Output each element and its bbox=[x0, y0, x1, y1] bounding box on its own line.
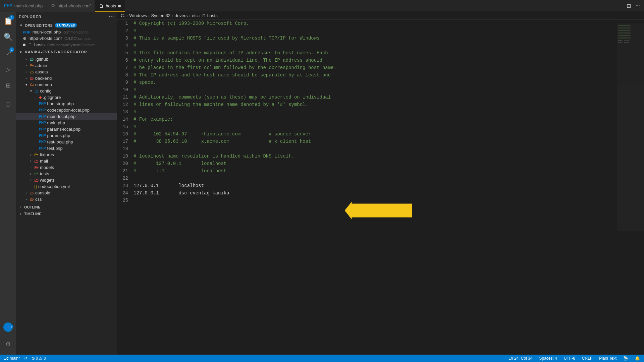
tree-item-label: main.php bbox=[47, 120, 65, 125]
broadcast-item[interactable]: 📡 bbox=[622, 355, 630, 362]
settings-activity-icon[interactable]: ⚙ bbox=[0, 336, 16, 352]
open-editor-hosts[interactable]: 🗋 hosts C:\Windows\System32\driver... bbox=[16, 42, 117, 48]
line-num-14: 14 bbox=[117, 116, 133, 123]
tree-item-label: test.php bbox=[47, 146, 63, 151]
unsaved-badge: 1 UNSAVED bbox=[55, 23, 77, 27]
tree-item-widgets[interactable]: › 🗁 widgets bbox=[16, 177, 117, 183]
tree-item-mail[interactable]: › 🗁 mail bbox=[16, 158, 117, 164]
tab-hosts[interactable]: 🗋 hosts bbox=[95, 0, 125, 12]
tree-item-test-local[interactable]: PHP test-local.php bbox=[16, 139, 117, 145]
code-line-2: 2 # bbox=[117, 27, 644, 35]
tab-httpd-vhosts[interactable]: ⚙ httpd-vhosts.conf bbox=[47, 0, 95, 12]
open-editor-main-local[interactable]: PHP main-local.php common\config bbox=[16, 29, 117, 35]
tab-bar: PHP main-local.php ⚙ httpd-vhosts.conf 🗋… bbox=[0, 0, 644, 12]
tree-item-tests[interactable]: › 🗁 tests bbox=[16, 171, 117, 177]
breadcrumb-file-icon: 🗋 bbox=[202, 13, 206, 18]
explorer-activity-icon[interactable]: 📋 1 bbox=[0, 13, 16, 29]
timeline-section[interactable]: › TIMELINE bbox=[16, 210, 117, 217]
tree-item-config[interactable]: ▾ 🗂 config bbox=[16, 88, 117, 94]
line-num-7: 7 bbox=[117, 64, 133, 71]
tree-item-admin[interactable]: › 🗁 admin bbox=[16, 62, 117, 69]
breadcrumb-c[interactable]: C: bbox=[121, 13, 125, 18]
project-header[interactable]: ▾ KANIKA-EVENT-AGGREGATOR bbox=[16, 48, 117, 56]
tree-item-main[interactable]: PHP main.php bbox=[16, 120, 117, 126]
git-branch-item[interactable]: ⎇ main* bbox=[3, 355, 21, 362]
errors-item[interactable]: ⊘ 0 ⚠ 0 bbox=[30, 355, 47, 362]
tree-item-label: mail bbox=[40, 159, 48, 164]
tree-item-backend[interactable]: › 🗁 backend bbox=[16, 75, 117, 81]
tree-item-label: params.php bbox=[47, 133, 70, 138]
tree-item-models[interactable]: › 🗁 models bbox=[16, 164, 117, 171]
breadcrumb-windows[interactable]: Windows bbox=[129, 13, 147, 18]
tree-item-codeception-local[interactable]: PHP codeception-local.php bbox=[16, 107, 117, 113]
status-left: ⎇ main* ↺ ⊘ 0 ⚠ 0 bbox=[3, 355, 47, 362]
sync-item[interactable]: ↺ bbox=[23, 355, 29, 362]
account-badge: 1 bbox=[9, 324, 13, 328]
tab-main-local[interactable]: PHP main-local.php bbox=[0, 0, 47, 12]
chevron-down-icon: ▾ bbox=[19, 23, 23, 27]
chevron-right-icon: › bbox=[24, 197, 28, 201]
line-num-22: 22 bbox=[117, 175, 133, 182]
more-actions-button[interactable]: ··· bbox=[634, 1, 641, 10]
breadcrumb-hosts[interactable]: hosts bbox=[207, 13, 218, 18]
folder-icon: 🗁 bbox=[30, 57, 34, 62]
code-line-11: 11 # Additionally, comments (such as the… bbox=[117, 94, 644, 101]
line-num-18: 18 bbox=[117, 145, 133, 153]
tab-main-local-label: main-local.php bbox=[14, 3, 43, 8]
breadcrumb-etc[interactable]: etc bbox=[192, 13, 198, 18]
tree-item-fixtures[interactable]: › 🗁 fixtures bbox=[16, 152, 117, 158]
tree-item-main-local[interactable]: PHP main-local.php bbox=[16, 113, 117, 120]
account-activity-icon[interactable]: 👤 1 bbox=[0, 319, 16, 335]
tree-item-common[interactable]: ▾ 🗂 common bbox=[16, 81, 117, 88]
tree-item-params[interactable]: PHP params.php bbox=[16, 132, 117, 139]
tree-item-assets[interactable]: › 🗁 assets bbox=[16, 69, 117, 75]
encoding-item[interactable]: UTF-8 bbox=[562, 355, 577, 362]
tree-item-label: css bbox=[35, 197, 42, 202]
tree-item-test[interactable]: PHP test.php bbox=[16, 145, 117, 152]
breadcrumb-drivers[interactable]: drivers bbox=[175, 13, 188, 18]
run-activity-icon[interactable]: ▷ bbox=[0, 61, 16, 77]
chevron-down-icon: ▾ bbox=[29, 89, 33, 93]
line-content-10: # bbox=[133, 86, 644, 94]
tree-item-codeception-yml[interactable]: {} codeception.yml bbox=[16, 183, 117, 190]
chevron-right-icon: › bbox=[24, 191, 28, 195]
tree-item-label: admin bbox=[35, 63, 47, 68]
breadcrumb-sep: › bbox=[172, 13, 173, 18]
editor-content[interactable]: 1 # Copyright (c) 1993-2009 Microsoft Co… bbox=[117, 20, 644, 355]
remote-activity-icon[interactable]: ⬡ bbox=[0, 96, 16, 112]
git-branch-icon: ⎇ bbox=[4, 356, 9, 361]
spaces-item[interactable]: Spaces: 4 bbox=[538, 355, 558, 362]
language-item[interactable]: Plain Text bbox=[598, 355, 618, 362]
source-control-activity-icon[interactable]: ⎇ 1 bbox=[0, 45, 16, 61]
line-num-21: 21 bbox=[117, 167, 133, 175]
layout-toggle-button[interactable]: ⊟ bbox=[625, 1, 632, 10]
line-num-16: 16 bbox=[117, 130, 133, 138]
line-num-25: 25 bbox=[117, 197, 133, 204]
remote-icon: ⬡ bbox=[5, 101, 11, 108]
tree-item-gitignore[interactable]: ◆ .gitignore bbox=[16, 94, 117, 101]
line-ending-item[interactable]: CRLF bbox=[581, 355, 594, 362]
open-editor-httpd[interactable]: ⚙ httpd-vhosts.conf C:\LEO\xampp\... bbox=[16, 35, 117, 42]
explorer-header[interactable]: EXPLORER ··· bbox=[16, 12, 117, 22]
tree-item-bootstrap[interactable]: PHP bootstrap.php bbox=[16, 101, 117, 107]
breadcrumb-system32[interactable]: System32 bbox=[151, 13, 170, 18]
tree-item-github[interactable]: › 🗁 .github bbox=[16, 56, 117, 62]
chevron-right-icon: › bbox=[29, 153, 33, 157]
encoding-label: UTF-8 bbox=[564, 356, 575, 361]
tree-item-css[interactable]: › 🗁 css bbox=[16, 196, 117, 202]
chevron-down-icon: ▾ bbox=[19, 50, 23, 54]
bell-item[interactable]: 🔔 bbox=[634, 355, 641, 362]
line-ending-label: CRLF bbox=[582, 356, 592, 361]
line-num-3: 3 bbox=[117, 35, 133, 42]
tree-item-console[interactable]: › 🗁 console bbox=[16, 190, 117, 196]
modified-dot bbox=[23, 44, 25, 46]
line-col-item[interactable]: Ln 24, Col 34 bbox=[507, 355, 534, 362]
tree-item-params-local[interactable]: PHP params-local.php bbox=[16, 126, 117, 132]
timeline-label: TIMELINE bbox=[24, 212, 41, 216]
extensions-activity-icon[interactable]: ⊞ bbox=[0, 77, 16, 94]
open-editors-header[interactable]: ▾ OPEN EDITORS 1 UNSAVED bbox=[16, 22, 117, 29]
line-content-20: # 127.0.0.1 localhost bbox=[133, 160, 644, 167]
line-content-15: # bbox=[133, 123, 644, 130]
outline-section[interactable]: › OUTLINE bbox=[16, 204, 117, 210]
search-activity-icon[interactable]: 🔍 bbox=[0, 29, 16, 45]
